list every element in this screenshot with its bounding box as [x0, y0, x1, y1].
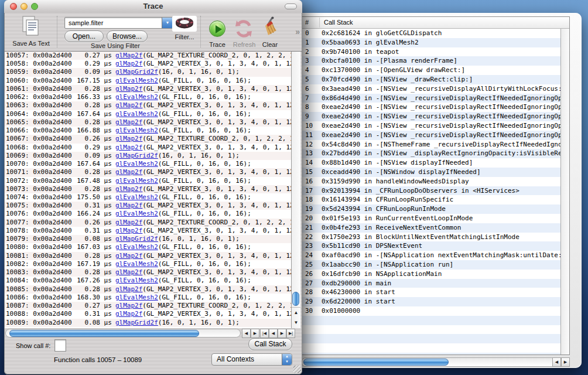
scroll-down-button[interactable]: ▼ — [292, 318, 300, 328]
trace-call-row[interactable]: 10078: 0x00a2d4000.31 µs glMap2f(GL_MAP2… — [5, 227, 291, 235]
call-stack-row[interactable]: 50x70fcd490 in -[NSView _drawRect:clip:] — [302, 75, 560, 84]
toolbar-toggle-button[interactable] — [285, 4, 297, 9]
trace-call-row[interactable]: 10076: 0x00a2d400166.24 µs glEvalMesh2(G… — [5, 210, 291, 218]
trace-horizontal-scrollbar[interactable]: ◀▶ |◀◀▶▶| — [4, 328, 302, 338]
call-stack-row[interactable]: 10x5baa0693 in glEvalMesh2 — [302, 38, 560, 47]
clear-button[interactable] — [260, 16, 280, 38]
trace-call-row[interactable]: 10077: 0x00a2d4000.26 µs glMap2f(GL_MAP2… — [5, 219, 291, 227]
gl-function-link[interactable]: glMap2f — [115, 268, 142, 276]
gl-function-link[interactable]: glMapGrid2f — [115, 152, 158, 159]
trace-call-row[interactable]: 10085: 0x00a2d4000.28 µs glMap2f(GL_MAP2… — [5, 285, 291, 294]
call-stack-row[interactable]: 30xbcfa0100 in -[Plasma renderFrame] — [302, 56, 560, 66]
browse-button[interactable]: Browse... — [107, 30, 148, 42]
open-button[interactable]: Open... — [64, 30, 104, 42]
trace-call-row[interactable]: 10087: 0x00a2d4000.27 µs glMap2f(GL_MAP2… — [5, 302, 291, 310]
trace-call-row[interactable]: 10061: 0x00a2d4000.28 µs glMap2f(GL_MAP2… — [5, 85, 291, 93]
scroll-right-button[interactable]: ▶ — [561, 357, 570, 367]
gl-function-link[interactable]: glMap2f — [115, 252, 142, 260]
gl-function-link[interactable]: glEvalMesh2 — [115, 110, 158, 118]
gl-function-link[interactable]: glMap2f — [115, 302, 142, 309]
call-stack-row[interactable]: 160x3159d990 in handleWindowNeedsDisplay — [302, 177, 560, 186]
gl-function-link[interactable]: glMap2f — [115, 202, 142, 209]
gl-function-link[interactable]: glEvalMesh2 — [115, 77, 158, 84]
call-stack-row[interactable]: 100xeae2d490 in -[NSView _recursiveDispl… — [302, 121, 560, 131]
call-stack-row[interactable]: 140x88b1d490 in -[NSView displayIfNeeded… — [302, 158, 560, 168]
trace-call-row[interactable]: 10084: 0x00a2d400167.26 µs glEvalMesh2(G… — [5, 277, 291, 285]
call-stack-row[interactable]: 80xeae2d490 in -[NSView _recursiveDispla… — [302, 103, 560, 112]
scrollbar-track[interactable] — [301, 357, 556, 367]
call-stack-row[interactable]: 90xeae2d490 in -[NSView _recursiveDispla… — [302, 112, 560, 121]
gl-function-link[interactable]: glMap2f — [115, 118, 142, 126]
trace-button[interactable] — [209, 21, 225, 37]
gl-function-link[interactable]: glMap2f — [115, 85, 142, 93]
trace-call-row[interactable]: 10066: 0x00a2d400166.88 µs glEvalMesh2(G… — [5, 127, 291, 135]
trace-call-row[interactable]: 10059: 0x00a2d4000.09 µs glMapGrid2f(16,… — [5, 68, 291, 76]
trace-call-row[interactable]: 10062: 0x00a2d400166.33 µs glEvalMesh2(G… — [5, 93, 291, 101]
callstack-horizontal-scrollbar[interactable]: ◀▶ — [301, 357, 570, 367]
gl-function-link[interactable]: glEvalMesh2 — [115, 277, 158, 284]
gl-function-link[interactable]: glEvalMesh2 — [115, 160, 158, 168]
call-stack-row[interactable]: 240xaf0acd90 in -[NSApplication nextEven… — [302, 251, 560, 260]
resize-grip[interactable] — [293, 366, 301, 373]
call-stack-row[interactable]: 180x16143994 in CFRunLoopRunSpecific — [302, 195, 560, 204]
call-stack-row[interactable]: 110xeae2d490 in -[NSView _recursiveDispl… — [302, 131, 560, 140]
filter-combobox[interactable]: sample.filter ▼ — [64, 17, 173, 29]
trace-call-row[interactable]: 10074: 0x00a2d400175.50 µs glEvalMesh2(G… — [5, 193, 291, 202]
gl-function-link[interactable]: glEvalMesh2 — [115, 260, 158, 268]
call-stack-row[interactable]: 300x01000000 — [302, 306, 560, 316]
scrollbar-thumb[interactable] — [9, 330, 199, 337]
page-next-button[interactable]: ▶ — [278, 329, 286, 338]
gl-function-link[interactable]: glMap2f — [115, 52, 142, 59]
gl-function-link[interactable]: glMapGrid2f — [115, 68, 158, 76]
gl-function-link[interactable]: glEvalMesh2 — [115, 243, 158, 251]
call-stack-row[interactable]: 230x5b11cd90 in DPSNextEvent — [302, 241, 560, 251]
gl-function-link[interactable]: glMap2f — [115, 144, 142, 151]
trace-call-row[interactable]: 10080: 0x00a2d400167.03 µs glEvalMesh2(G… — [5, 243, 291, 251]
trace-call-row[interactable]: 10073: 0x00a2d4000.28 µs glMap2f(GL_MAP2… — [5, 185, 291, 193]
call-stack-row[interactable]: 00x2c681624 in gloGetCGLDispatch — [302, 29, 560, 38]
title-bar[interactable]: Trace — [4, 0, 302, 13]
page-first-button[interactable]: |◀ — [260, 329, 269, 338]
trace-call-row[interactable]: 10067: 0x00a2d4000.26 µs glMap2f(GL_MAP2… — [5, 135, 291, 143]
save-as-text-button[interactable]: Save As Text — [8, 15, 54, 47]
trace-call-row[interactable]: 10064: 0x00a2d400167.64 µs glEvalMesh2(G… — [5, 110, 291, 118]
call-stack-row[interactable]: 200x01f5e193 in RunCurrentEventLoopInMod… — [302, 214, 560, 223]
call-stack-row[interactable]: 70x86d4d490 in -[NSView _recursiveDispla… — [302, 94, 560, 103]
gl-function-link[interactable]: glEvalMesh2 — [115, 193, 158, 201]
call-stack-button[interactable]: Call Stack — [248, 338, 292, 350]
page-last-button[interactable]: ▶| — [286, 329, 295, 338]
call-stack-row[interactable]: 260x16dfcb90 in NSApplicationMain — [302, 270, 560, 279]
toolbar-overflow-chevron[interactable]: » — [295, 27, 300, 36]
trace-call-row[interactable]: 10065: 0x00a2d4000.28 µs glMap2f(GL_MAP2… — [5, 118, 291, 127]
scrollbar-track[interactable] — [5, 329, 241, 338]
call-stack-row[interactable]: 270xdb290000 in main — [302, 279, 560, 288]
show-call-input[interactable] — [54, 339, 66, 352]
trace-call-row[interactable]: 10070: 0x00a2d400167.64 µs glEvalMesh2(G… — [5, 160, 291, 168]
call-stack-row[interactable]: 190x5d243994 in CFRunLoopRunInMode — [302, 204, 560, 214]
gl-function-link[interactable]: glMap2f — [115, 168, 142, 176]
gl-function-link[interactable]: glMap2f — [115, 135, 142, 142]
call-stack-row[interactable]: 20x9b740100 in teapot — [302, 47, 560, 57]
page-prev-button[interactable]: ◀ — [269, 329, 278, 338]
trace-call-row[interactable]: 10069: 0x00a2d4000.09 µs glMapGrid2f(16,… — [5, 152, 291, 160]
scrollbar-thumb[interactable] — [303, 359, 449, 366]
call-stack-row[interactable]: 250x1aabcc90 in -[NSApplication run] — [302, 260, 560, 270]
call-stack-row[interactable]: 40xc1370000 in -[OpenGLView drawRect:] — [302, 66, 560, 75]
trace-call-row[interactable]: 10075: 0x00a2d4000.31 µs glMap2f(GL_MAP2… — [5, 202, 291, 210]
gl-function-link[interactable]: glMap2f — [115, 101, 142, 109]
call-stack-row[interactable]: 120x54c8d490 in -[NSThemeFrame _recursiv… — [302, 140, 560, 149]
trace-call-row[interactable]: 10086: 0x00a2d400168.30 µs glEvalMesh2(G… — [5, 294, 291, 302]
trace-call-row[interactable]: 10068: 0x00a2d4000.29 µs glMap2f(GL_MAP2… — [5, 144, 291, 152]
scroll-up-button[interactable]: ▲ — [292, 307, 300, 318]
scroll-left-button[interactable]: ◀ — [242, 329, 251, 338]
gl-function-link[interactable]: glEvalMesh2 — [115, 294, 158, 301]
gl-function-link[interactable]: glMap2f — [115, 219, 142, 226]
gl-function-link[interactable]: glEvalMesh2 — [115, 127, 158, 134]
call-stack-row[interactable]: 170x92013994 in _CFRunLoopDoObservers in… — [302, 186, 560, 196]
trace-call-row[interactable]: 10057: 0x00a2d4000.27 µs glMap2f(GL_MAP2… — [5, 52, 291, 60]
gl-function-link[interactable]: glMapGrid2f — [115, 235, 158, 243]
gl-function-link[interactable]: glEvalMesh2 — [115, 177, 158, 185]
trace-call-row[interactable]: 10083: 0x00a2d4000.28 µs glMap2f(GL_MAP2… — [5, 268, 291, 277]
call-stack-row[interactable]: 60x3aead490 in -[NSView _recursiveDispla… — [302, 84, 560, 94]
call-stack-row[interactable]: 130x27bdd490 in -[NSView _displayRectIgn… — [302, 149, 560, 158]
